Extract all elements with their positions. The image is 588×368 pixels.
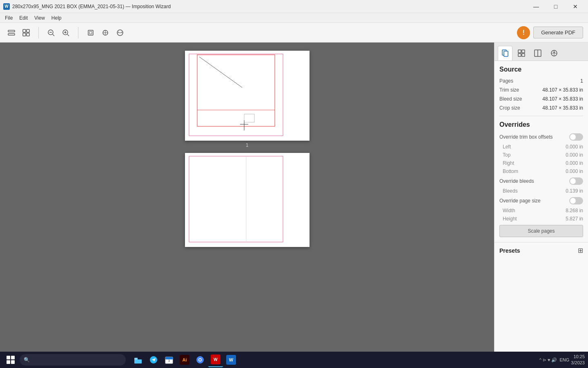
- svg-rect-2: [23, 29, 26, 32]
- right-value: 0.000 in: [566, 160, 583, 166]
- svg-rect-22: [189, 54, 283, 136]
- height-value: 5.827 in: [566, 216, 583, 222]
- width-value: 8.268 in: [566, 208, 583, 213]
- fit-page-button[interactable]: [84, 26, 97, 39]
- bleeds-row: Bleeds 0.139 in: [499, 188, 583, 194]
- svg-rect-43: [134, 359, 142, 364]
- menu-help[interactable]: Help: [48, 14, 65, 22]
- minimize-button[interactable]: ―: [527, 0, 546, 13]
- bottom-value: 0.000 in: [566, 168, 583, 174]
- tab-compass[interactable]: [547, 46, 561, 61]
- page-preview-1: 1: [185, 51, 310, 148]
- top-row: Top 0.000 in: [499, 152, 583, 158]
- right-panel: Source Pages 1 Trim size 48.107 × 35.833…: [494, 43, 588, 352]
- titlebar: W 280x270x95_MNG 2021 BOX (EMMA_2021-05-…: [0, 0, 588, 13]
- taskbar-app-imposition[interactable]: W: [208, 352, 223, 367]
- svg-rect-14: [89, 31, 92, 34]
- override-page-label: Override page size: [499, 198, 541, 204]
- taskbar-app-calendar[interactable]: 3: [162, 352, 176, 367]
- svg-rect-36: [522, 54, 525, 56]
- tab-grid[interactable]: [514, 46, 529, 61]
- menu-file[interactable]: File: [2, 14, 16, 22]
- crop-label: Crop size: [499, 105, 520, 111]
- override-trim-label: Override trim box offsets: [499, 134, 553, 140]
- zoom-out-button[interactable]: [45, 26, 58, 39]
- taskbar-app-illustrator[interactable]: Ai: [177, 352, 192, 367]
- presets-section: Presets ⊞: [494, 242, 588, 258]
- height-label: Height: [503, 216, 517, 222]
- page-preview-2: [185, 153, 310, 247]
- bottom-label: Bottom: [503, 168, 518, 174]
- generate-pdf-button[interactable]: Generate PDF: [533, 27, 583, 38]
- maximize-button[interactable]: □: [546, 0, 565, 13]
- override-trim-toggle[interactable]: [569, 133, 583, 141]
- close-button[interactable]: ✕: [566, 0, 585, 13]
- left-label: Left: [503, 144, 511, 150]
- svg-rect-33: [518, 50, 521, 53]
- search-icon: 🔍: [24, 357, 30, 363]
- zoom-in-button[interactable]: [59, 26, 72, 39]
- svg-point-51: [199, 359, 201, 361]
- taskbar-search[interactable]: 🔍: [20, 354, 126, 366]
- override-bleeds-toggle[interactable]: [569, 177, 583, 185]
- canvas-area[interactable]: 1: [0, 43, 494, 352]
- taskbar-app-explorer[interactable]: [131, 352, 145, 367]
- override-page-toggle[interactable]: [569, 197, 583, 204]
- bleed-row: Bleed size 48.107 × 35.833 in: [499, 96, 583, 102]
- app-icon: W: [3, 3, 10, 10]
- trim-label: Trim size: [499, 87, 519, 93]
- scale-pages-button[interactable]: Scale pages: [499, 225, 583, 237]
- grid-layout-button[interactable]: [20, 26, 33, 39]
- titlebar-title: 280x270x95_MNG 2021 BOX (EMMA_2021-05-31…: [12, 4, 527, 9]
- svg-rect-32: [504, 51, 508, 56]
- override-page-row: Override page size: [499, 197, 583, 204]
- svg-line-8: [53, 34, 54, 36]
- actual-size-button[interactable]: [114, 26, 127, 39]
- presets-grid-icon[interactable]: ⊞: [578, 247, 583, 254]
- fit-tools: [84, 26, 127, 39]
- svg-rect-35: [518, 54, 521, 56]
- bottom-row: Bottom 0.000 in: [499, 168, 583, 174]
- crop-value: 48.107 × 35.833 in: [542, 105, 583, 111]
- toolbar-sep-2: [78, 27, 78, 38]
- bleed-value: 48.107 × 35.833 in: [542, 96, 583, 102]
- left-value: 0.000 in: [566, 144, 583, 150]
- taskbar-app-telegram[interactable]: [146, 352, 161, 367]
- presets-title: Presets: [499, 247, 520, 254]
- warning-button[interactable]: !: [517, 26, 530, 39]
- left-row: Left 0.000 in: [499, 144, 583, 150]
- override-bleeds-row: Override bleeds: [499, 177, 583, 185]
- height-row: Height 5.827 in: [499, 216, 583, 222]
- override-bleeds-label: Override bleeds: [499, 178, 534, 184]
- taskbar-app-chrome[interactable]: [193, 352, 207, 367]
- divider-1: [499, 116, 583, 116]
- rows-layout-button[interactable]: [5, 26, 18, 39]
- svg-rect-13: [88, 30, 93, 35]
- layout-tools: [5, 26, 33, 39]
- right-row: Right 0.000 in: [499, 160, 583, 166]
- tab-layout[interactable]: [530, 46, 545, 61]
- bleed-label: Bleed size: [499, 96, 522, 102]
- menu-view[interactable]: View: [31, 14, 48, 22]
- pages-label: Pages: [499, 78, 513, 84]
- taskbar-sys-tray: ^ ⊳ ♥ 🔊 ENG: [539, 357, 570, 363]
- page-top: [185, 51, 310, 141]
- bleeds-label: Bleeds: [503, 188, 518, 194]
- menu-edit[interactable]: Edit: [16, 14, 31, 22]
- start-button[interactable]: [3, 352, 18, 367]
- fit-width-button[interactable]: [99, 26, 112, 39]
- page-bottom: [185, 153, 310, 247]
- overrides-title: Overrides: [499, 121, 583, 128]
- svg-rect-5: [27, 33, 29, 36]
- svg-rect-4: [23, 33, 26, 36]
- taskbar-app-word[interactable]: W: [224, 352, 238, 367]
- svg-rect-23: [197, 55, 275, 126]
- svg-line-25: [199, 57, 242, 88]
- lang-indicator: ENG: [560, 357, 570, 362]
- main-layout: 1: [0, 43, 588, 352]
- override-trim-row: Override trim box offsets: [499, 133, 583, 141]
- taskbar-clock[interactable]: 10:25 3/2023: [571, 354, 585, 366]
- tab-source[interactable]: [498, 46, 512, 61]
- crop-row: Crop size 48.107 × 35.833 in: [499, 105, 583, 111]
- bleeds-value: 0.139 in: [566, 188, 583, 194]
